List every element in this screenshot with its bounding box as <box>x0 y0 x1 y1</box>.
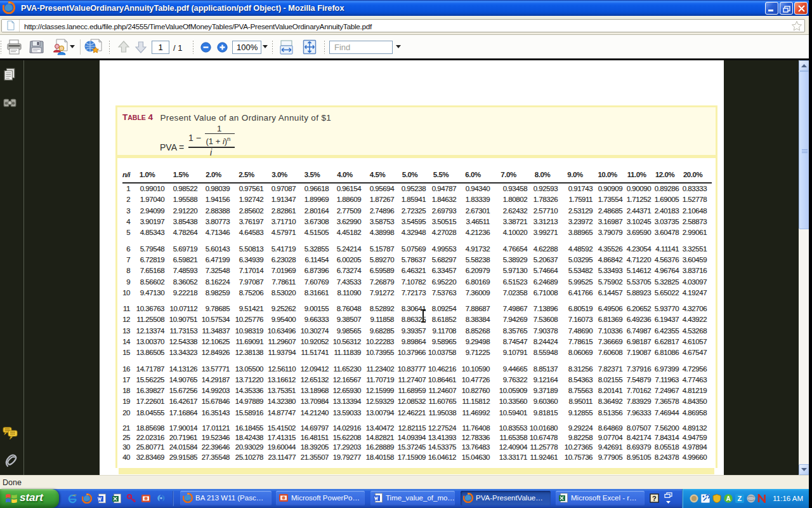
svg-text:Z: Z <box>737 495 742 502</box>
svg-text:A: A <box>726 495 730 502</box>
svg-text:?: ? <box>652 495 657 502</box>
